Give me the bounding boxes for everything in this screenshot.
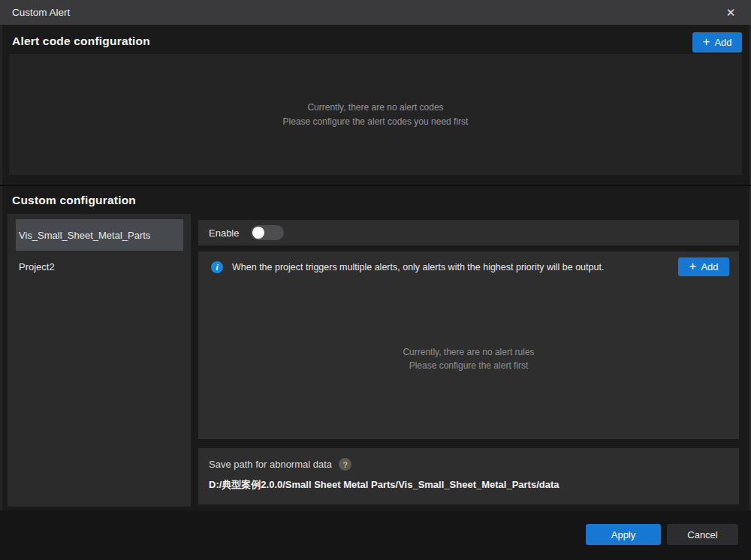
save-path-value: D:/典型案例2.0.0/Small Sheet Metal Parts/Vis… <box>209 478 728 492</box>
alert-rules-empty-line1: Currently, there are no alert rules <box>403 346 534 358</box>
toggle-knob <box>252 227 264 239</box>
alert-codes-empty-line1: Currently, there are no alert codes <box>307 101 443 113</box>
plus-icon: + <box>702 35 710 48</box>
add-alert-rule-button[interactable]: + Add <box>678 257 729 276</box>
help-icon[interactable]: ? <box>339 458 351 471</box>
alert-codes-empty-line2: Please configure the alert codes you nee… <box>283 116 469 128</box>
close-icon[interactable]: ✕ <box>715 0 746 25</box>
custom-alert-dialog: Custom Alert ✕ Alert code configuration … <box>0 0 751 560</box>
add-alert-code-label: Add <box>714 37 731 48</box>
project-list-item-selected[interactable]: Vis_Small_Sheet_Metal_Parts <box>16 219 183 251</box>
window-title: Custom Alert <box>12 7 70 18</box>
section-divider <box>0 185 751 186</box>
alert-rules-empty: Currently, there are no alert rules Plea… <box>198 346 739 372</box>
save-path-label-row: Save path for abnormal data ? <box>209 458 728 471</box>
add-alert-code-button[interactable]: + Add <box>692 32 742 53</box>
enable-row: Enable <box>198 220 739 245</box>
custom-section-title: Custom configuration <box>12 194 136 207</box>
project-list-item[interactable]: Project2 <box>16 251 183 282</box>
project-list: Vis_Small_Sheet_Metal_Parts Project2 <box>8 214 191 507</box>
apply-button[interactable]: Apply <box>586 524 661 545</box>
enable-label: Enable <box>209 227 239 239</box>
add-alert-rule-label: Add <box>701 261 718 272</box>
titlebar: Custom Alert ✕ <box>0 0 751 25</box>
alert-rules-panel: i When the project triggers multiple ale… <box>198 251 739 439</box>
info-text: When the project triggers multiple alert… <box>232 262 604 272</box>
info-row: i When the project triggers multiple ale… <box>198 251 739 276</box>
cancel-button[interactable]: Cancel <box>667 524 738 545</box>
alert-codes-empty-panel: Currently, there are no alert codes Plea… <box>9 54 742 175</box>
enable-toggle[interactable] <box>251 225 284 240</box>
alert-rules-empty-line2: Please configure the alert first <box>409 360 529 372</box>
plus-icon: + <box>689 260 696 272</box>
save-path-panel: Save path for abnormal data ? D:/典型案例2.0… <box>198 448 739 504</box>
info-icon: i <box>211 261 223 273</box>
alert-code-section-title: Alert code configuration <box>12 35 150 48</box>
save-path-label: Save path for abnormal data <box>209 459 332 470</box>
